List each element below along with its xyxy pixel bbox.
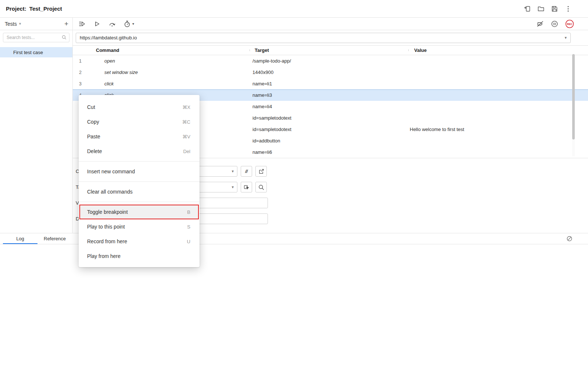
test-speed-icon[interactable] [123, 20, 134, 28]
base-url-input[interactable]: https://lambdatest.github.io [76, 33, 571, 43]
page-title: Project: Test_Project [6, 6, 62, 12]
table-row[interactable]: 1 open /sample-todo-app/ [73, 55, 588, 67]
tests-sidebar: Tests + First test case [0, 18, 73, 233]
open-external-icon [258, 168, 265, 175]
row-target: name=li6 [250, 149, 408, 155]
clear-log-icon[interactable] [566, 236, 573, 242]
row-command: click [83, 81, 250, 86]
record-icon[interactable]: REC [565, 20, 574, 28]
new-project-icon[interactable] [524, 5, 531, 13]
row-target: name=li1 [250, 81, 408, 86]
playback-toolbar: REC [73, 18, 588, 30]
menu-item-label: Record from here [87, 238, 127, 244]
menu-item-shortcut: U [187, 239, 190, 244]
table-row[interactable]: 3 click name=li1 [73, 78, 588, 89]
select-target-button[interactable] [241, 182, 252, 192]
menu-item-clear-all-commands[interactable]: Clear all commands [79, 184, 200, 199]
row-target: id=sampletodotext [250, 127, 408, 132]
row-target: 1440x900 [250, 70, 408, 75]
menu-item-shortcut: Del [183, 149, 190, 154]
app-header: Project: Test_Project [0, 0, 588, 18]
comment-icon: // [245, 169, 248, 174]
menu-item-label: Insert new command [87, 169, 135, 174]
menu-item-label: Play from here [87, 253, 121, 259]
play-current-test-icon[interactable] [93, 20, 101, 28]
scrollbar-thumb[interactable] [572, 54, 575, 139]
column-header-command: Command [73, 47, 250, 53]
menu-item-shortcut: B [187, 209, 190, 215]
test-case-label: First test case [13, 50, 43, 55]
menu-divider [79, 181, 200, 182]
menu-item-shortcut: ⌘X [182, 105, 190, 110]
column-header-target: Target [250, 47, 408, 53]
menu-item-toggle-breakpoint[interactable]: Toggle breakpoint B [79, 205, 199, 219]
row-target: name=li4 [250, 104, 408, 109]
menu-item-label: Toggle breakpoint [87, 209, 128, 215]
tab-log-label: Log [16, 236, 24, 241]
search-target-button[interactable] [255, 182, 267, 192]
row-target: name=li3 [250, 92, 408, 98]
context-menu: Cut ⌘X Copy ⌘C Paste ⌘V Delete Del Inser… [79, 95, 200, 267]
tab-log[interactable]: Log [3, 233, 37, 244]
row-number-gutter[interactable]: 1 [73, 59, 83, 64]
step-over-icon[interactable] [108, 20, 116, 28]
project-name: Test_Project [29, 6, 62, 12]
row-target: /sample-todo-app/ [250, 58, 408, 64]
menu-item-label: Copy [87, 119, 99, 125]
row-command: set window size [83, 70, 250, 75]
open-project-icon[interactable] [537, 5, 545, 13]
menu-item-delete[interactable]: Delete Del [79, 144, 200, 159]
menu-item-cut[interactable]: Cut ⌘X [79, 100, 200, 114]
search-tests-input[interactable] [3, 33, 69, 42]
menu-item-shortcut: ⌘V [182, 134, 190, 139]
play-all-tests-icon[interactable] [78, 20, 86, 28]
comment-toggle-button[interactable]: // [241, 166, 252, 177]
select-target-icon [243, 184, 250, 191]
tab-reference-label: Reference [44, 236, 66, 241]
menu-item-play-to-this-point[interactable]: Play to this point S [79, 219, 200, 234]
svg-text:REC: REC [567, 22, 572, 25]
row-target: id=sampletodotext [250, 115, 408, 121]
column-header-value: Value [408, 47, 588, 53]
test-case-item[interactable]: First test case [0, 47, 72, 57]
menu-item-shortcut: ⌘C [182, 119, 190, 125]
menu-item-label: Paste [87, 134, 100, 139]
menu-item-record-from-here[interactable]: Record from here U [79, 234, 200, 249]
row-number-gutter[interactable]: 2 [73, 70, 83, 75]
search-icon [61, 35, 67, 40]
tab-reference[interactable]: Reference [37, 233, 72, 244]
kebab-menu-icon[interactable] [564, 5, 572, 13]
save-project-icon[interactable] [551, 5, 558, 13]
menu-item-label: Cut [87, 104, 95, 110]
project-label: Project: [6, 6, 26, 12]
menu-item-insert-new-command[interactable]: Insert new command [79, 164, 200, 179]
row-command: open [83, 58, 250, 64]
menu-divider [79, 161, 200, 162]
menu-item-label: Delete [87, 148, 102, 154]
tests-label: Tests [5, 21, 17, 27]
disable-breakpoints-icon[interactable] [537, 20, 544, 28]
row-value: Hello welcome to first test [408, 127, 588, 132]
pause-on-exceptions-icon[interactable] [551, 20, 558, 28]
menu-item-play-from-here[interactable]: Play from here [79, 249, 200, 263]
table-row[interactable]: 2 set window size 1440x900 [73, 67, 588, 78]
search-target-icon [258, 184, 265, 191]
table-scrollbar[interactable] [572, 54, 575, 156]
menu-item-shortcut: S [187, 224, 190, 230]
row-target: id=addbutton [250, 138, 408, 144]
menu-item-copy[interactable]: Copy ⌘C [79, 114, 200, 129]
menu-item-label: Play to this point [87, 224, 125, 230]
open-external-button[interactable] [255, 166, 267, 177]
base-url-value: https://lambdatest.github.io [80, 35, 137, 40]
tests-dropdown[interactable]: Tests [5, 21, 21, 27]
menu-item-label: Clear all commands [87, 189, 133, 195]
menu-item-paste[interactable]: Paste ⌘V [79, 129, 200, 144]
command-table-header: Command Target Value [73, 45, 588, 55]
row-number-gutter[interactable]: 3 [73, 81, 83, 86]
add-test-button[interactable]: + [64, 20, 68, 27]
menu-divider [79, 202, 200, 202]
